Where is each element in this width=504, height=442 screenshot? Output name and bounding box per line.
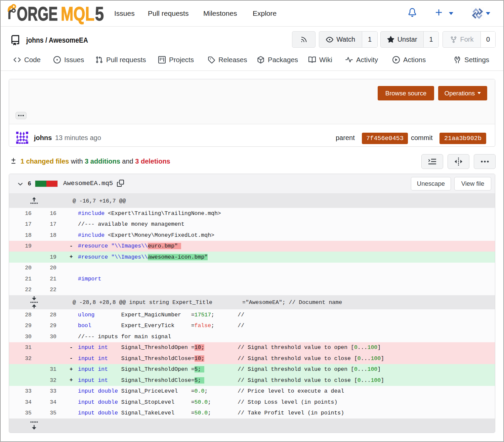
svg-text:MQL: MQL (61, 3, 94, 25)
svg-text:ORGE: ORGE (17, 3, 58, 25)
svg-text:5: 5 (95, 3, 104, 25)
